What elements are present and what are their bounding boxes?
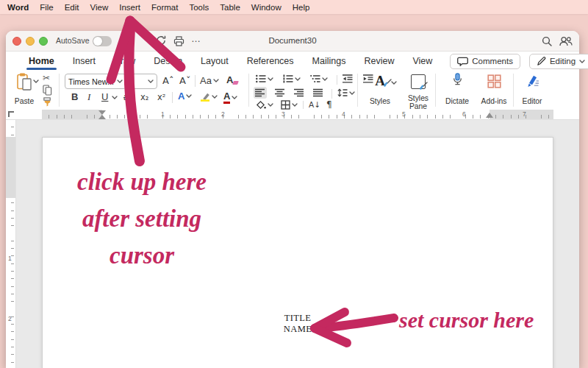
bullets-button[interactable]	[256, 74, 273, 83]
tab-selector-icon[interactable]	[8, 111, 14, 117]
change-case-button[interactable]: Aa	[200, 75, 219, 86]
right-indent-marker[interactable]	[486, 113, 493, 118]
ruler-number: 4	[342, 110, 345, 118]
justify-button[interactable]	[313, 88, 323, 97]
cut-button[interactable]: ✂	[43, 73, 50, 83]
search-icon[interactable]	[542, 36, 552, 46]
divider	[59, 74, 60, 107]
subscript-button[interactable]: x₂	[140, 92, 148, 102]
text-effects-button[interactable]: A	[178, 91, 192, 102]
font-color-label: A	[223, 91, 230, 104]
styles-label: Styles	[363, 98, 397, 106]
shading-button[interactable]	[256, 100, 273, 110]
document-workspace: 1 2 TITLE NAME	[6, 120, 579, 368]
contacts-icon[interactable]	[559, 36, 573, 46]
chevron-down-icon	[349, 91, 355, 95]
tab-insert[interactable]: Insert	[72, 53, 96, 69]
ruler-number: 2	[221, 110, 225, 118]
font-size-select[interactable]	[129, 74, 157, 89]
menu-table[interactable]: Table	[220, 3, 240, 12]
clear-formatting-button[interactable]: A	[226, 74, 238, 85]
addins-button[interactable]: Add-ins	[478, 71, 510, 110]
microphone-icon	[453, 73, 462, 85]
paste-button[interactable]: Paste	[9, 71, 40, 110]
redo-icon[interactable]	[156, 35, 166, 46]
bold-button[interactable]: B	[71, 91, 78, 102]
align-center-button[interactable]	[275, 88, 285, 97]
menu-file[interactable]: File	[40, 3, 54, 12]
titlebar: AutoSave … Document30	[6, 31, 579, 52]
tab-layout[interactable]: Layout	[200, 53, 229, 69]
zoom-button[interactable]	[39, 37, 48, 46]
menu-help[interactable]: Help	[293, 3, 310, 12]
menu-view[interactable]: View	[90, 3, 109, 12]
ruler-number: 5	[402, 110, 406, 118]
justify-icon	[313, 88, 323, 97]
print-icon[interactable]	[173, 36, 184, 46]
menu-edit[interactable]: Edit	[65, 3, 79, 12]
line-spacing-button[interactable]	[337, 88, 355, 97]
menu-insert[interactable]: Insert	[119, 3, 140, 12]
styles-button[interactable]: A Styles	[363, 71, 397, 110]
chevron-down-icon	[232, 96, 237, 99]
font-name-select[interactable]: Times New...	[65, 74, 126, 89]
menu-word[interactable]: Word	[7, 3, 29, 12]
menu-window[interactable]: Window	[251, 3, 282, 12]
borders-button[interactable]	[281, 100, 298, 110]
add-ins-grid-icon	[487, 74, 501, 88]
ribbon-tabs: Home Insert Draw Design Layout Reference…	[6, 52, 579, 71]
sort-button[interactable]: A↓	[309, 100, 320, 109]
font-color-button[interactable]: A	[223, 91, 237, 104]
italic-button[interactable]: I	[87, 91, 90, 103]
highlight-button[interactable]	[200, 91, 218, 102]
grow-font-button[interactable]: Aˆ	[162, 75, 173, 86]
ruler-number: 3	[282, 110, 285, 118]
editor-pencil-icon	[526, 74, 539, 88]
copy-button[interactable]	[43, 85, 52, 96]
tab-draw[interactable]: Draw	[113, 53, 136, 69]
tab-mailings[interactable]: Mailings	[312, 53, 347, 69]
styles-pane-button[interactable]: Styles Pane	[401, 71, 435, 110]
tab-home[interactable]: Home	[28, 53, 55, 69]
menu-format[interactable]: Format	[151, 3, 178, 12]
show-paragraph-marks-button[interactable]: ¶	[326, 99, 332, 110]
tab-review[interactable]: Review	[363, 53, 395, 69]
align-left-button[interactable]	[254, 87, 267, 99]
dictate-button[interactable]: Dictate	[441, 71, 473, 110]
more-commands-icon[interactable]: …	[191, 33, 201, 44]
format-painter-button[interactable]	[43, 97, 52, 107]
divider	[195, 75, 196, 87]
underline-button[interactable]: U	[101, 91, 108, 102]
decrease-indent-button[interactable]	[343, 74, 353, 83]
bullet-list-icon	[256, 74, 266, 83]
close-button[interactable]	[12, 37, 21, 46]
addins-label: Add-ins	[478, 98, 510, 106]
word-window: AutoSave … Document30 Home Insert Draw D…	[6, 31, 579, 368]
strikethrough-button[interactable]: ab	[123, 92, 133, 102]
change-case-label: Aa	[200, 75, 212, 86]
vertical-ruler: 1 2	[6, 120, 16, 368]
document-content[interactable]: TITLE NAME	[43, 313, 553, 334]
chevron-down-icon	[117, 79, 123, 83]
multilevel-list-button[interactable]	[310, 74, 328, 83]
shrink-font-button[interactable]: Aˇ	[179, 75, 190, 86]
numbering-button[interactable]	[283, 74, 301, 83]
tab-references[interactable]: References	[246, 53, 295, 69]
editing-mode-button[interactable]: Editing	[529, 54, 588, 69]
left-indent-marker[interactable]	[98, 115, 106, 119]
editor-button[interactable]: Editor	[517, 71, 547, 110]
tab-design[interactable]: Design	[153, 53, 183, 69]
comments-button[interactable]: Comments	[450, 54, 520, 69]
superscript-button[interactable]: x²	[157, 92, 165, 102]
vertical-ruler-top-margin	[6, 137, 15, 198]
align-right-button[interactable]	[294, 88, 304, 97]
tab-view[interactable]: View	[412, 53, 433, 69]
autosave-toggle[interactable]	[93, 36, 112, 46]
document-page[interactable]: TITLE NAME	[42, 137, 553, 368]
divider	[513, 74, 514, 107]
multilevel-list-icon	[310, 74, 320, 83]
align-left-icon	[255, 88, 265, 97]
minimize-button[interactable]	[26, 37, 35, 46]
menu-tools[interactable]: Tools	[189, 3, 209, 12]
divider	[337, 75, 337, 85]
